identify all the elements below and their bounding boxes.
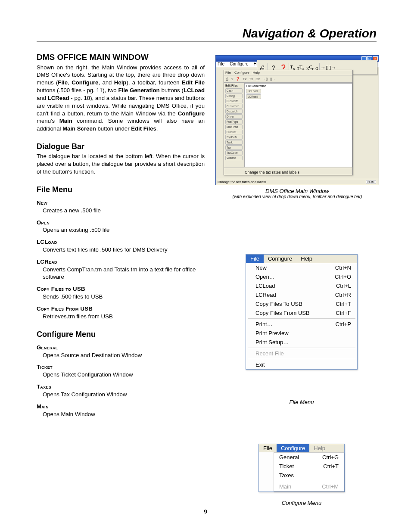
inner-contexthelp-icon[interactable]: ❓ — [236, 77, 240, 81]
inner-menu-file[interactable]: File — [225, 71, 231, 75]
item-desc: Retrieves.trn files from USB — [43, 313, 205, 320]
cm-menu-configure[interactable]: Configure — [277, 444, 309, 452]
edit-file-button[interactable]: Customer — [225, 104, 243, 109]
page-title: Navigation & Operation — [243, 27, 377, 40]
edit-file-button[interactable]: Config — [225, 93, 243, 98]
menu-label: Open… — [255, 274, 275, 280]
cm-menu-help[interactable]: Help — [309, 444, 330, 452]
inner-tx2[interactable]: Tx — [249, 77, 253, 81]
menu-label: Print Preview — [255, 330, 289, 336]
file-menu-row[interactable]: Open…Ctrl+O — [246, 272, 357, 281]
file-menu-row[interactable]: LCReadCtrl+R — [246, 290, 357, 299]
edit-file-button[interactable]: Dispatch — [225, 109, 243, 114]
menu-label: Taxes — [279, 472, 294, 479]
status-num: NUM — [366, 180, 376, 184]
edit-files-panel: Edit Files CashConfigCustodiffCustomerDi… — [224, 83, 244, 167]
item-name: Ticket — [37, 363, 205, 371]
file-menu-item: LCReadConverts CompTran.trn and Totals.t… — [37, 258, 205, 281]
menu-shortcut: Ctrl+R — [335, 292, 351, 298]
menu-label: New — [255, 264, 267, 271]
edit-file-button[interactable]: Product — [225, 130, 243, 134]
configure-menu-row[interactable]: Taxes — [274, 471, 344, 480]
config-menu-item: MainOpens Main Window — [37, 403, 205, 418]
item-desc: Sends .500 files to USB — [43, 293, 205, 301]
menu-label: LCLoad — [255, 283, 275, 289]
menu-shortcut: Ctrl+L — [336, 283, 351, 289]
edit-file-button[interactable]: Tank — [225, 140, 243, 145]
inner-status-text: Change the tax rates and labels — [245, 170, 299, 174]
inner-menu-configure[interactable]: Configure — [234, 71, 249, 75]
configure-menu-figure: File Configure Help GeneralCtrl+GTicketC… — [258, 444, 345, 492]
file-menu-menubar: File Configure Help — [246, 255, 357, 263]
lcread-button[interactable]: LCRead — [246, 94, 261, 99]
menu-file[interactable]: File — [218, 62, 224, 67]
edit-file-button[interactable]: Custodiff — [225, 99, 243, 103]
item-desc: Opens Main Window — [43, 411, 205, 418]
edit-file-button[interactable]: Cash — [225, 88, 243, 93]
inner-cx[interactable]: Cx — [255, 77, 260, 81]
lcload-button[interactable]: LCLoad — [246, 89, 261, 93]
item-desc: Converts text files into .500 files for … — [43, 246, 205, 254]
menu-shortcut: Ctrl+P — [336, 321, 351, 327]
inner-menu-help[interactable]: Help — [253, 71, 260, 75]
menu-label: Copy Files From USB — [255, 310, 310, 316]
menu-shortcut: Ctrl+T — [336, 301, 351, 307]
heading-config-menu: Configure Menu — [37, 329, 205, 339]
main-window-figure: _ □ × File Configure Help 🖨 ? ❓ Tx_T Tx_… — [215, 55, 379, 199]
edit-file-button[interactable]: Volume — [225, 156, 243, 160]
menu-label: LCRead — [255, 292, 276, 298]
main-window-caption-sub: (with exploded view of drop down menu, t… — [215, 194, 379, 199]
file-menu-row[interactable]: NewCtrl+N — [246, 263, 357, 272]
main-window-outer: _ □ × File Configure Help 🖨 ? ❓ Tx_T Tx_… — [215, 55, 379, 185]
item-desc: Opens Source and Destination Window — [43, 352, 205, 359]
file-menu-item: Copy Files to USBSends .500 files to USB — [37, 285, 205, 301]
file-menu-exit[interactable]: Exit — [246, 360, 357, 369]
menu-label: Ticket — [279, 463, 294, 470]
file-menu-row[interactable]: Print…Ctrl+P — [246, 320, 357, 329]
main-window-caption: DMS Office Main Window — [215, 188, 379, 194]
item-name: Main — [37, 403, 205, 411]
inner-tx1[interactable]: Tx — [243, 77, 246, 81]
item-desc: Converts CompTran.trn and Totals.trn int… — [43, 266, 205, 281]
edit-file-button[interactable]: TaxCode — [225, 150, 243, 155]
fm-menu-help[interactable]: Help — [296, 255, 317, 263]
edit-file-button[interactable]: SysDefs — [225, 135, 243, 140]
file-menu-row[interactable]: Print Preview — [246, 329, 357, 338]
fm-menu-file[interactable]: File — [246, 255, 264, 263]
item-name: Taxes — [37, 383, 205, 391]
inner-print-icon[interactable]: 🖨 — [225, 77, 229, 81]
file-menu-row[interactable]: LCLoadCtrl+L — [246, 281, 357, 290]
configure-menu-row[interactable]: TicketCtrl+T — [274, 462, 344, 471]
menu-shortcut: Ctrl+F — [336, 310, 351, 316]
edit-file-button[interactable]: FuelType — [225, 119, 243, 124]
fm-menu-configure[interactable]: Configure — [264, 255, 296, 263]
item-name: LCRead — [37, 258, 205, 266]
configure-menu-row[interactable]: GeneralCtrl+G — [274, 453, 344, 462]
menu-label: General — [279, 454, 299, 460]
menu-shortcut: Ctrl+O — [335, 274, 351, 280]
edit-file-button[interactable]: MiscTran — [225, 124, 243, 129]
file-menu-row[interactable]: Print Setup… — [246, 338, 357, 347]
main-window-inner: File Configure Help 🖨 ? ❓ Tx Tx Cx →▯ ▯→… — [224, 70, 353, 175]
item-name: Copy Files to USB — [37, 285, 205, 293]
config-menu-item: TicketOpens Ticket Configuration Window — [37, 363, 205, 379]
inner-in-icon[interactable]: →▯ — [262, 77, 268, 81]
outer-status-bar: Change the tax rates and labels NUM — [216, 179, 379, 185]
file-menu-item: OpenOpens an existing .500 file — [37, 219, 205, 234]
file-menu-row[interactable]: Copy Files From USBCtrl+F — [246, 308, 357, 317]
menu-configure[interactable]: Configure — [230, 62, 248, 67]
cm-menu-file[interactable]: File — [259, 444, 277, 452]
inner-out-icon[interactable]: ▯→ — [270, 77, 275, 81]
file-menu-caption: File Menu — [246, 399, 358, 405]
config-menu-item: GeneralOpens Source and Destination Wind… — [37, 344, 205, 359]
item-name: Open — [37, 219, 205, 227]
file-menu-row[interactable]: Copy Files To USBCtrl+T — [246, 299, 357, 308]
edit-file-button[interactable]: Driver — [225, 114, 243, 119]
edit-file-button[interactable]: Tax — [225, 145, 243, 150]
menu-label: Main — [279, 483, 291, 490]
file-menu-recent: Recent File — [246, 349, 357, 358]
main-window-paragraph: Shown on the right, the Main Window prov… — [37, 64, 205, 133]
item-name: LCLoad — [37, 238, 205, 246]
inner-toolbar: 🖨 ? ❓ Tx Tx Cx →▯ ▯→ — [224, 75, 352, 83]
inner-help-icon[interactable]: ? — [231, 77, 233, 81]
